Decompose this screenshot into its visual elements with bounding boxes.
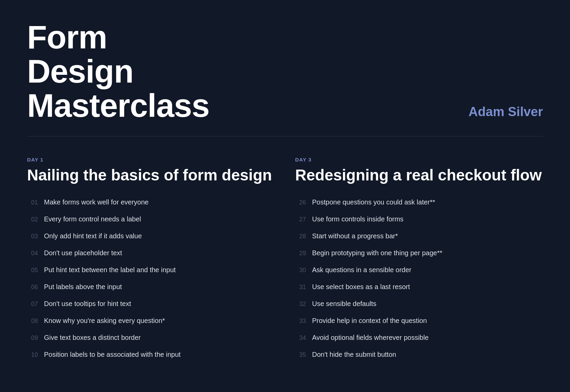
list-item: 32 Use sensible defaults [295, 299, 543, 308]
item-text: Position labels to be associated with th… [44, 350, 181, 359]
item-number: 02 [27, 216, 38, 223]
day1-title: Nailing the basics of form design [27, 167, 275, 184]
item-number: 08 [27, 318, 38, 325]
item-number: 03 [27, 233, 38, 240]
item-number: 28 [295, 233, 306, 240]
list-item: 08 Know why you're asking every question… [27, 316, 275, 325]
item-text: Don't use placeholder text [44, 248, 122, 258]
item-text: Only add hint text if it adds value [44, 231, 142, 241]
list-item: 29 Begin prototyping with one thing per … [295, 248, 543, 258]
day1-label: DAY 1 [27, 157, 275, 162]
item-number: 35 [295, 351, 306, 358]
list-item: 02 Every form control needs a label [27, 214, 275, 224]
item-number: 09 [27, 334, 38, 342]
content-grid: DAY 1 Nailing the basics of form design … [27, 157, 543, 359]
item-text: Use select boxes as a last resort [312, 282, 410, 291]
item-text: Ask questions in a sensible order [312, 265, 412, 275]
page-container: Form Design Masterclass Adam Silver DAY … [0, 0, 570, 386]
item-text: Begin prototyping with one thing per pag… [312, 248, 442, 258]
list-item: 09 Give text boxes a distinct border [27, 333, 275, 342]
item-number: 33 [295, 318, 306, 325]
title-line1: Form [27, 19, 107, 55]
item-text: Avoid optional fields wherever possible [312, 333, 429, 342]
section-divider [27, 136, 543, 136]
list-item: 07 Don't use tooltips for hint text [27, 299, 275, 308]
item-number: 05 [27, 267, 38, 274]
day3-label: DAY 3 [295, 157, 543, 162]
item-number: 32 [295, 301, 306, 308]
list-item: 35 Don't hide the submit button [295, 350, 543, 359]
item-text: Give text boxes a distinct border [44, 333, 141, 342]
item-number: 06 [27, 284, 38, 291]
author-name: Adam Silver [468, 105, 543, 123]
day3-title: Redesigning a real checkout flow [295, 167, 543, 184]
list-item: 27 Use form controls inside forms [295, 214, 543, 224]
item-text: Make forms work well for everyone [44, 197, 149, 207]
item-text: Don't use tooltips for hint text [44, 299, 131, 308]
item-text: Know why you're asking every question* [44, 316, 165, 325]
day1-items-list: 01 Make forms work well for everyone 02 … [27, 197, 275, 359]
list-item: 05 Put hint text between the label and t… [27, 265, 275, 275]
day3-section: DAY 3 Redesigning a real checkout flow 2… [295, 157, 543, 359]
item-number: 29 [295, 250, 306, 257]
list-item: 33 Provide help in context of the questi… [295, 316, 543, 325]
main-title: Form Design Masterclass [27, 20, 210, 123]
list-item: 28 Start without a progress bar* [295, 231, 543, 241]
day3-items-list: 26 Postpone questions you could ask late… [295, 197, 543, 359]
item-text: Put labels above the input [44, 282, 122, 291]
list-item: 30 Ask questions in a sensible order [295, 265, 543, 275]
item-number: 27 [295, 216, 306, 223]
list-item: 31 Use select boxes as a last resort [295, 282, 543, 291]
list-item: 01 Make forms work well for everyone [27, 197, 275, 207]
item-number: 10 [27, 351, 38, 358]
list-item: 26 Postpone questions you could ask late… [295, 197, 543, 207]
item-text: Don't hide the submit button [312, 350, 396, 359]
list-item: 10 Position labels to be associated with… [27, 350, 275, 359]
title-line3: Masterclass [27, 87, 210, 124]
item-text: Provide help in context of the question [312, 316, 427, 325]
item-number: 04 [27, 250, 38, 257]
item-text: Every form control needs a label [44, 214, 141, 224]
item-number: 31 [295, 284, 306, 291]
list-item: 04 Don't use placeholder text [27, 248, 275, 258]
list-item: 03 Only add hint text if it adds value [27, 231, 275, 241]
item-text: Use sensible defaults [312, 299, 376, 308]
item-number: 26 [295, 199, 306, 206]
title-line2: Design [27, 53, 133, 89]
day1-section: DAY 1 Nailing the basics of form design … [27, 157, 275, 359]
header-section: Form Design Masterclass Adam Silver [27, 20, 543, 123]
item-text: Postpone questions you could ask later** [312, 197, 435, 207]
item-text: Start without a progress bar* [312, 231, 398, 241]
item-number: 01 [27, 199, 38, 206]
item-number: 34 [295, 334, 306, 342]
item-number: 07 [27, 301, 38, 308]
item-text: Use form controls inside forms [312, 214, 403, 224]
item-number: 30 [295, 267, 306, 274]
list-item: 06 Put labels above the input [27, 282, 275, 291]
item-text: Put hint text between the label and the … [44, 265, 176, 275]
list-item: 34 Avoid optional fields wherever possib… [295, 333, 543, 342]
